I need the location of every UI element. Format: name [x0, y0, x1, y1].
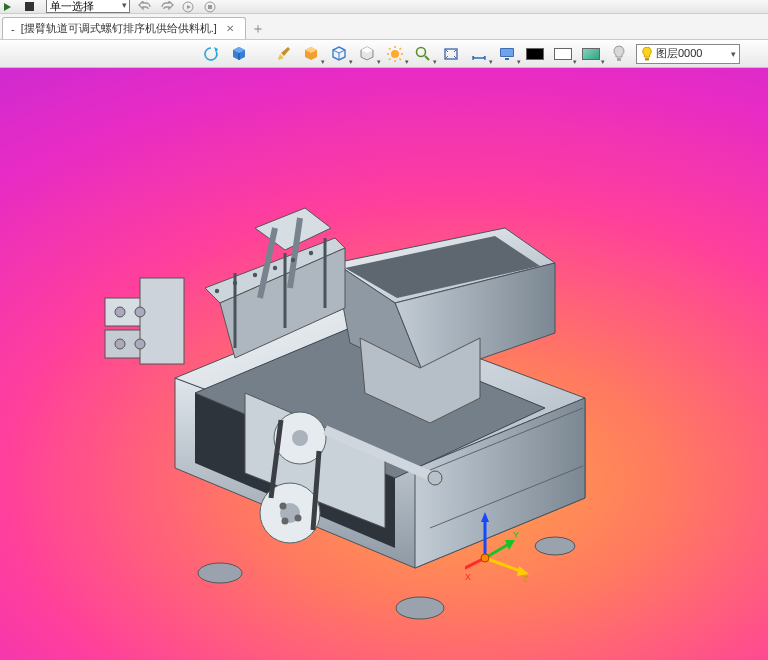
svg-line-12	[400, 48, 402, 50]
svg-rect-3	[208, 5, 212, 9]
svg-point-44	[309, 251, 313, 255]
svg-point-43	[291, 258, 295, 262]
swatch-white[interactable]	[552, 43, 574, 65]
fit-rect-icon[interactable]	[440, 43, 462, 65]
monitor-icon[interactable]	[496, 43, 518, 65]
svg-rect-17	[501, 49, 513, 56]
close-icon[interactable]: ✕	[223, 22, 237, 36]
document-tab-active[interactable]: - [摆臂轨道可调式螺钉排序机供给供料机.] ✕	[2, 17, 246, 39]
model-render	[85, 168, 605, 628]
top-command-bar: 单一选择	[0, 0, 768, 14]
redo-icon[interactable]	[160, 1, 178, 13]
bulb-on-icon	[641, 47, 653, 61]
svg-point-38	[135, 339, 145, 349]
svg-point-30	[282, 518, 289, 525]
svg-point-37	[115, 339, 125, 349]
svg-point-13	[417, 47, 426, 56]
tab-title: [摆臂轨道可调式螺钉排序机供给供料机.]	[21, 21, 217, 36]
undo-icon[interactable]	[138, 1, 156, 13]
swatch-teal[interactable]	[580, 43, 602, 65]
cube-blue-icon[interactable]	[228, 43, 250, 65]
reload-icon[interactable]	[200, 43, 222, 65]
material-cube-icon[interactable]	[300, 43, 322, 65]
magnify-icon[interactable]	[412, 43, 434, 65]
layer-dropdown[interactable]: 图层0000	[636, 44, 740, 64]
svg-point-29	[295, 515, 302, 522]
svg-line-11	[389, 58, 391, 60]
svg-rect-20	[645, 58, 649, 61]
shade-cube-icon[interactable]	[356, 43, 378, 65]
svg-point-40	[233, 281, 237, 285]
arrow-icon	[2, 1, 20, 13]
selection-mode-dropdown[interactable]: 单一选择	[46, 0, 130, 13]
svg-point-42	[273, 266, 277, 270]
sun-icon[interactable]	[384, 43, 406, 65]
layer-label: 图层0000	[656, 46, 702, 61]
svg-rect-18	[505, 58, 509, 60]
svg-rect-34	[140, 278, 184, 364]
svg-point-21	[198, 563, 242, 583]
svg-point-36	[135, 307, 145, 317]
model-viewport[interactable]: X Y Z	[0, 68, 768, 660]
svg-point-28	[280, 503, 287, 510]
svg-point-25	[292, 430, 308, 446]
stop-icon[interactable]	[204, 1, 222, 13]
new-tab-button[interactable]: ＋	[246, 19, 270, 39]
brush-icon[interactable]	[272, 43, 294, 65]
tab-prefix: -	[11, 23, 15, 35]
svg-point-23	[535, 537, 575, 555]
svg-point-4	[391, 50, 399, 58]
svg-line-14	[425, 56, 429, 60]
svg-rect-0	[25, 2, 34, 11]
svg-point-31	[428, 471, 442, 485]
document-tab-strip: - [摆臂轨道可调式螺钉排序机供给供料机.] ✕ ＋	[0, 14, 768, 40]
swatch-black[interactable]	[524, 43, 546, 65]
view-toolbar: 图层0000	[0, 40, 768, 68]
svg-line-9	[389, 48, 391, 50]
svg-rect-19	[617, 58, 621, 61]
svg-point-39	[215, 289, 219, 293]
svg-point-22	[396, 597, 444, 619]
svg-point-41	[253, 273, 257, 277]
dimension-icon[interactable]	[468, 43, 490, 65]
bulb-off-icon[interactable]	[608, 43, 630, 65]
svg-point-35	[115, 307, 125, 317]
wire-cube-icon[interactable]	[328, 43, 350, 65]
square-icon	[24, 1, 42, 13]
play-icon[interactable]	[182, 1, 200, 13]
svg-line-10	[400, 58, 402, 60]
